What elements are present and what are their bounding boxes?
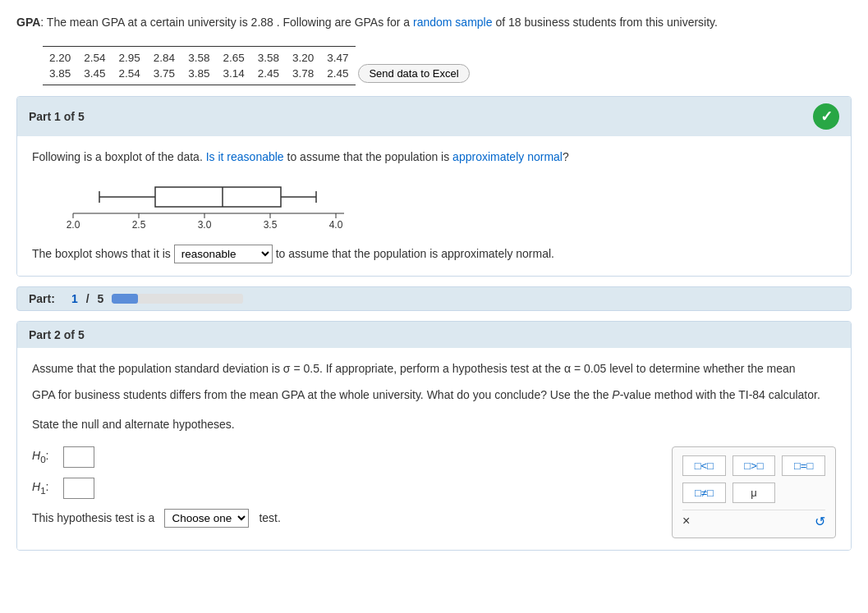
- test-suffix: test.: [259, 511, 280, 524]
- progress-section: Part: 1 / 5: [16, 286, 852, 311]
- svg-text:4.0: 4.0: [329, 219, 343, 231]
- gpa-sample-desc: random sample: [413, 16, 493, 29]
- part2-body: Assume that the population standard devi…: [17, 348, 851, 549]
- part2-container: Part 2 of 5 Assume that the population s…: [16, 321, 852, 550]
- svg-text:3.5: 3.5: [264, 219, 278, 231]
- symbol-refresh-button[interactable]: ↺: [815, 514, 825, 529]
- sym-equals[interactable]: □=□: [782, 455, 825, 476]
- q1-blue1: Is it: [206, 150, 224, 163]
- q1-blue3: approximately normal: [452, 150, 563, 163]
- panel-actions: × ↺: [682, 510, 825, 529]
- progress-total: 5: [98, 292, 104, 305]
- hypotheses-left: H0: H1: This hypothesis test is a Choose…: [32, 446, 655, 528]
- symbol-clear-button[interactable]: ×: [682, 514, 690, 528]
- symbol-grid: □<□ □>□ □=□ □≠□ μ: [682, 455, 825, 503]
- sym-less-than[interactable]: □<□: [682, 455, 726, 476]
- gpa-n: 18: [508, 16, 521, 29]
- part2-title: Part 2 of 5: [29, 328, 85, 341]
- gpa-desc2: . Following are GPAs for a: [277, 16, 410, 29]
- progress-separator: /: [86, 292, 90, 305]
- boxplot-svg: 2.0 2.5 3.0 3.5 4.0: [48, 179, 361, 232]
- answer-prefix: The boxplot shows that it is: [32, 247, 171, 260]
- q1-end: ?: [563, 150, 569, 163]
- h1-row: H1:: [32, 478, 655, 499]
- symbol-panel: □<□ □>□ □=□ □≠□ μ × ↺: [672, 446, 836, 538]
- part2-header: Part 2 of 5: [17, 322, 851, 348]
- p2-q2a: GPA for business students differs from t…: [32, 388, 590, 401]
- test-prefix: This hypothesis test is a: [32, 511, 154, 524]
- progress-track: [112, 294, 243, 304]
- gpa-label: GPA: [16, 16, 40, 29]
- sym-mu[interactable]: μ: [733, 483, 776, 503]
- part1-question: Following is a boxplot of the data. Is i…: [32, 148, 836, 167]
- data-row-1: 2.20 2.54 2.95 2.84 3.58 2.65 3.58 3.20 …: [43, 50, 356, 66]
- progress-current: 1: [71, 292, 78, 305]
- p2-q2b: the P-value method with the TI-84 calcul…: [593, 388, 820, 401]
- sym-not-equals[interactable]: □≠□: [682, 483, 726, 503]
- p2-state-hyp: State the null and alternate hypotheses.: [32, 418, 235, 431]
- part1-title: Part 1 of 5: [29, 110, 85, 123]
- gpa-mean: 2.88: [251, 16, 273, 29]
- q1-blue2: reasonable: [227, 150, 283, 163]
- sym-greater-than[interactable]: □>□: [733, 455, 776, 476]
- part2-question: Assume that the population standard devi…: [32, 359, 836, 434]
- gpa-data-table: 2.20 2.54 2.95 2.84 3.58 2.65 3.58 3.20 …: [43, 46, 356, 85]
- send-data-button[interactable]: Send data to Excel: [358, 64, 469, 83]
- h0-row: H0:: [32, 446, 655, 468]
- progress-fill: [112, 294, 138, 304]
- q1-text1: Following is a boxplot of the data.: [32, 150, 203, 163]
- svg-text:3.0: 3.0: [198, 219, 212, 231]
- hypothesis-area: H0: H1: This hypothesis test is a Choose…: [32, 446, 836, 538]
- part1-answer-line: The boxplot shows that it is reasonable …: [32, 244, 836, 264]
- test-type-dropdown[interactable]: Choose one left-tailed right-tailed two-…: [164, 509, 249, 528]
- reasonable-dropdown[interactable]: reasonable not reasonable: [174, 245, 273, 263]
- h1-label: H1:: [32, 480, 57, 496]
- hyp-test-row: This hypothesis test is a Choose one lef…: [32, 509, 655, 528]
- part1-header: Part 1 of 5 ✓: [17, 97, 851, 136]
- h0-input[interactable]: [63, 446, 94, 468]
- check-icon: ✓: [813, 103, 839, 130]
- answer-suffix: to assume that the population is approxi…: [276, 247, 554, 260]
- gpa-desc3: of: [495, 16, 505, 29]
- data-row-2: 3.85 3.45 2.54 3.75 3.85 3.14 2.45 3.78 …: [43, 66, 356, 81]
- part1-container: Part 1 of 5 ✓ Following is a boxplot of …: [16, 96, 852, 277]
- svg-rect-1: [155, 187, 281, 207]
- svg-text:2.0: 2.0: [67, 219, 80, 231]
- h1-input[interactable]: [63, 478, 94, 499]
- h0-label: H0:: [32, 449, 57, 464]
- q1-text2: to assume that the population is: [287, 150, 450, 163]
- gpa-desc4: business students from this university.: [524, 16, 718, 29]
- p2-q1: Assume that the population standard devi…: [32, 362, 796, 375]
- progress-part-label: Part:: [29, 292, 55, 305]
- boxplot-area: 2.0 2.5 3.0 3.5 4.0: [48, 179, 836, 232]
- part1-body: Following is a boxplot of the data. Is i…: [17, 136, 851, 276]
- svg-text:2.5: 2.5: [132, 219, 146, 231]
- gpa-description: The mean GPA at a certain university is: [47, 16, 248, 29]
- gpa-header: GPA: The mean GPA at a certain universit…: [16, 13, 852, 31]
